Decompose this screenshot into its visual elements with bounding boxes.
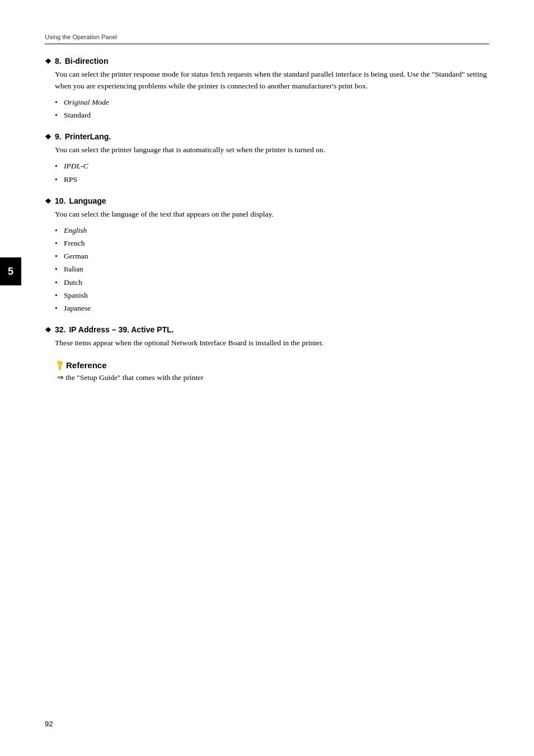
section-heading-4: IP Address – 39. Active PTL.: [69, 325, 174, 334]
section-language: ❖ 10. Language You can select the langua…: [45, 196, 489, 314]
section-heading-2: PrinterLang.: [65, 132, 111, 141]
page: 5 Using the Operation Panel ❖ 8. Bi-dire…: [0, 0, 534, 756]
list-item-english: English: [55, 225, 489, 236]
section-title-printer-lang: ❖ 9. PrinterLang.: [45, 132, 489, 141]
reference-heading: Reference: [66, 360, 107, 370]
list-item-text: Dutch: [64, 278, 82, 287]
diamond-icon-4: ❖: [45, 326, 51, 334]
list-item-spanish: Spanish: [55, 290, 489, 301]
list-item-japanese: Japanese: [55, 303, 489, 314]
page-number: 92: [45, 720, 53, 728]
list-item-german: German: [55, 251, 489, 262]
section-heading-3: Language: [69, 196, 106, 205]
list-item-text: Japanese: [64, 304, 91, 312]
section-body-3: You can select the language of the text …: [55, 209, 489, 220]
list-item-dutch: Dutch: [55, 277, 489, 288]
list-item-text: English: [64, 226, 87, 234]
header-text: Using the Operation Panel: [45, 34, 117, 40]
section-number-4: 32.: [55, 325, 65, 334]
section-heading-1: Bi-direction: [65, 57, 109, 65]
list-item-italian: Italian: [55, 264, 489, 275]
section-bi-direction: ❖ 8. Bi-direction You can select the pri…: [45, 57, 489, 121]
reference-title: 🔑 Reference: [55, 360, 489, 370]
bullet-list-2: IPDL-C RPS: [55, 161, 489, 185]
chapter-number: 5: [8, 266, 13, 278]
section-printer-lang: ❖ 9. PrinterLang. You can select the pri…: [45, 132, 489, 185]
reference-text: ⇒ the "Setup Guide" that comes with the …: [57, 372, 489, 383]
list-item: Standard: [55, 110, 489, 121]
section-ip-address: ❖ 32. IP Address – 39. Active PTL. These…: [45, 325, 489, 349]
list-item-text: Spanish: [64, 291, 88, 299]
diamond-icon-1: ❖: [45, 57, 51, 65]
section-body-1: You can select the printer response mode…: [55, 69, 489, 92]
list-item-text: IPDL-C: [64, 162, 88, 170]
section-number-2: 9.: [55, 132, 62, 141]
list-item: RPS: [55, 174, 489, 185]
section-title-ip-address: ❖ 32. IP Address – 39. Active PTL.: [45, 325, 489, 334]
diamond-icon-2: ❖: [45, 133, 51, 141]
list-item-french: French: [55, 238, 489, 249]
bullet-list-1: Original Mode Standard: [55, 97, 489, 121]
chapter-tab: 5: [0, 257, 21, 285]
list-item: Original Mode: [55, 97, 489, 108]
diamond-icon-3: ❖: [45, 197, 51, 205]
section-body-4: These items appear when the optional Net…: [55, 337, 489, 349]
reference-section: 🔑 Reference ⇒ the "Setup Guide" that com…: [55, 360, 489, 383]
list-item-text: RPS: [64, 175, 77, 184]
list-item-text: French: [64, 239, 85, 247]
page-header: Using the Operation Panel: [45, 34, 489, 44]
list-item-text: German: [64, 252, 88, 260]
key-icon: 🔑: [53, 359, 65, 372]
list-item-text: Original Mode: [64, 98, 109, 106]
list-item-text: Standard: [64, 111, 91, 119]
section-number-1: 8.: [55, 57, 62, 65]
section-title-language: ❖ 10. Language: [45, 196, 489, 205]
section-number-3: 10.: [55, 196, 65, 205]
list-item-text: Italian: [64, 265, 83, 273]
section-title-bi-direction: ❖ 8. Bi-direction: [45, 57, 489, 65]
list-item: IPDL-C: [55, 161, 489, 172]
bullet-list-3: English French German Italian Dutch Span…: [55, 225, 489, 314]
section-body-2: You can select the printer language that…: [55, 144, 489, 156]
